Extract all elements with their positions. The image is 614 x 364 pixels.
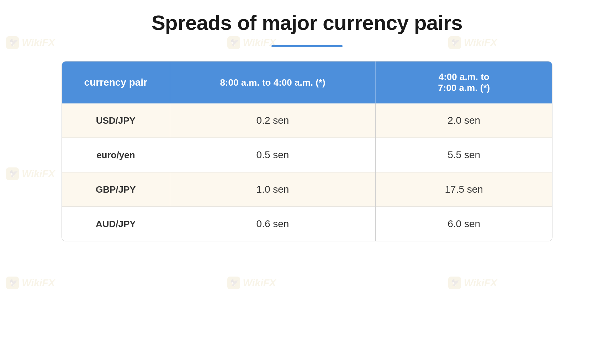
- table-row: euro/yen0.5 sen5.5 sen: [62, 138, 552, 172]
- cell-pair-name: AUD/JPY: [62, 207, 170, 241]
- cell-pair-name: USD/JPY: [62, 103, 170, 138]
- watermark-9: 🦅WikiFX: [448, 277, 497, 289]
- table-row: GBP/JPY1.0 sen17.5 sen: [62, 172, 552, 207]
- cell-main-spread: 0.5 sen: [170, 138, 376, 172]
- cell-main-spread: 0.6 sen: [170, 207, 376, 241]
- table-row: AUD/JPY0.6 sen6.0 sen: [62, 207, 552, 241]
- cell-alt-spread: 2.0 sen: [376, 103, 552, 138]
- header-main-time: 8:00 a.m. to 4:00 a.m. (*): [170, 61, 376, 103]
- cell-pair-name: GBP/JPY: [62, 172, 170, 207]
- cell-alt-spread: 17.5 sen: [376, 172, 552, 207]
- table-row: USD/JPY0.2 sen2.0 sen: [62, 103, 552, 138]
- watermark-2: 🦅WikiFX: [227, 36, 276, 49]
- cell-pair-name: euro/yen: [62, 138, 170, 172]
- watermark-4: 🦅WikiFX: [6, 167, 55, 180]
- header-currency-pair: currency pair: [62, 61, 170, 103]
- cell-main-spread: 1.0 sen: [170, 172, 376, 207]
- spreads-table-wrapper: currency pair 8:00 a.m. to 4:00 a.m. (*)…: [62, 61, 552, 241]
- title-underline: [271, 45, 343, 47]
- table-header-row: currency pair 8:00 a.m. to 4:00 a.m. (*)…: [62, 61, 552, 103]
- spreads-table: currency pair 8:00 a.m. to 4:00 a.m. (*)…: [62, 61, 552, 241]
- watermark-8: 🦅WikiFX: [227, 277, 276, 289]
- cell-main-spread: 0.2 sen: [170, 103, 376, 138]
- header-alt-time: 4:00 a.m. to7:00 a.m. (*): [376, 61, 552, 103]
- watermark-1: 🦅WikiFX: [6, 36, 55, 49]
- cell-alt-spread: 5.5 sen: [376, 138, 552, 172]
- watermark-3: 🦅WikiFX: [448, 36, 497, 49]
- watermark-7: 🦅WikiFX: [6, 277, 55, 289]
- table-body: USD/JPY0.2 sen2.0 seneuro/yen0.5 sen5.5 …: [62, 103, 552, 241]
- page-title: Spreads of major currency pairs: [152, 11, 462, 34]
- cell-alt-spread: 6.0 sen: [376, 207, 552, 241]
